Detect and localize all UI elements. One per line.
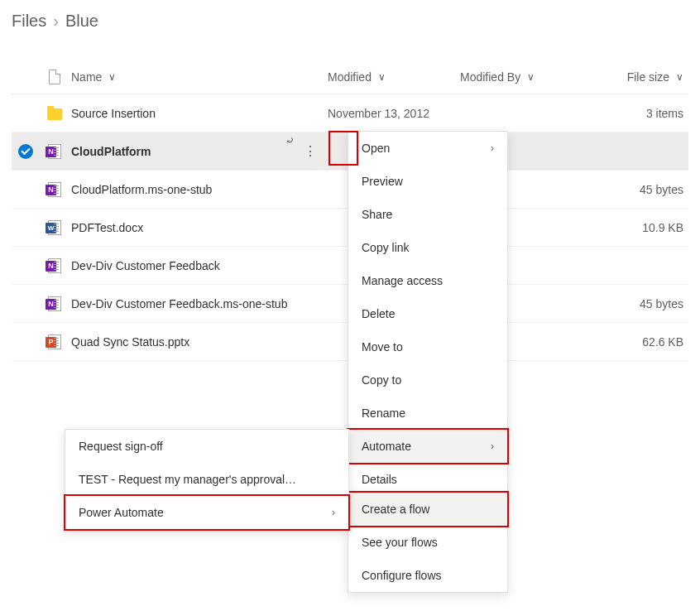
chevron-right-icon: › (491, 440, 494, 452)
chevron-right-icon: › (491, 142, 494, 154)
file-icon (49, 70, 60, 84)
menu-item-label: Rename (362, 407, 405, 420)
breadcrumb-root[interactable]: Files (12, 12, 46, 31)
menu-item-label: Share (362, 208, 392, 221)
file-name[interactable]: CloudPlatform.ms-one-stub (71, 183, 212, 196)
file-modified: November 13, 2012 (328, 107, 460, 120)
menu-item-label: Copy link (362, 241, 410, 254)
onenote-icon (48, 182, 61, 197)
chevron-down-icon: ∨ (676, 71, 683, 83)
menu-item-label: Manage access (362, 274, 443, 287)
column-modified-by-label: Modified By (460, 70, 520, 84)
file-size: 3 items (589, 107, 688, 120)
context-menu-item[interactable]: Rename (348, 397, 507, 430)
automate-submenu-item[interactable]: Configure flows (348, 559, 507, 592)
column-type-icon[interactable] (40, 70, 70, 84)
column-modified-label: Modified (328, 70, 372, 84)
menu-item-label: Automate (362, 440, 411, 453)
context-menu: Open›PreviewShareCopy linkManage accessD… (348, 131, 508, 497)
column-size[interactable]: File size ∨ (589, 70, 688, 84)
column-modified-by[interactable]: Modified By ∨ (460, 70, 589, 84)
menu-item-label: Power Automate (79, 506, 164, 519)
automate-submenu-item[interactable]: See your flows (348, 526, 507, 559)
menu-item-label: Open (362, 142, 390, 155)
menu-item-label: Create a flow (362, 503, 429, 516)
onenote-icon (48, 258, 61, 273)
menu-item-label: Delete (362, 307, 395, 320)
menu-item-label: Copy to (362, 373, 401, 387)
file-name[interactable]: Dev-Div Customer Feedback (71, 259, 220, 272)
breadcrumb: Files › Blue (12, 12, 98, 31)
menu-item-label: Request sign-off (79, 440, 163, 453)
context-menu-item[interactable]: Details (348, 463, 507, 496)
menu-item-label: Details (362, 473, 397, 486)
selected-check-icon[interactable] (18, 144, 33, 159)
file-size: 45 bytes (589, 297, 688, 310)
file-row[interactable]: Source InsertionNovember 13, 20123 items (12, 94, 688, 132)
file-size: 45 bytes (589, 183, 688, 196)
folder-icon (47, 108, 62, 120)
menu-item-label: See your flows (362, 536, 438, 549)
context-menu-item[interactable]: Preview (348, 165, 507, 198)
automate-submenu: Create a flowSee your flowsConfigure flo… (348, 492, 508, 593)
context-menu-item[interactable]: Open› (348, 132, 507, 165)
column-name[interactable]: Name ∨ (70, 70, 328, 84)
automate-submenu-item[interactable]: Create a flow (348, 493, 507, 526)
share-icon[interactable]: ⤾ (285, 134, 295, 169)
context-menu-item[interactable]: Move to (348, 330, 507, 363)
menu-item-label: Move to (362, 340, 403, 354)
chevron-right-icon: › (53, 12, 59, 31)
onenote-icon (48, 296, 61, 311)
column-headers: Name ∨ Modified ∨ Modified By ∨ File siz… (12, 60, 688, 94)
column-modified[interactable]: Modified ∨ (328, 70, 460, 84)
chevron-down-icon: ∨ (378, 71, 386, 83)
column-name-label: Name (71, 70, 102, 84)
more-actions-button[interactable] (298, 134, 323, 169)
breadcrumb-current: Blue (65, 12, 98, 31)
menu-item-label: TEST - Request my manager's approval… (79, 473, 296, 486)
chevron-right-icon: › (332, 507, 335, 518)
power-automate-submenu: Request sign-offTEST - Request my manage… (65, 429, 349, 530)
chevron-down-icon: ∨ (527, 71, 535, 83)
power-automate-submenu-item[interactable]: Request sign-off (65, 430, 348, 463)
context-menu-item[interactable]: Copy to (348, 363, 507, 397)
context-menu-item[interactable]: Share (348, 198, 507, 231)
power-automate-submenu-item[interactable]: TEST - Request my manager's approval… (65, 463, 348, 496)
file-name[interactable]: CloudPlatform (71, 145, 151, 158)
context-menu-item[interactable]: Manage access (348, 264, 507, 297)
context-menu-item[interactable]: Delete (348, 297, 507, 330)
file-size: 62.6 KB (589, 335, 688, 349)
menu-item-label: Preview (362, 175, 403, 188)
word-icon (48, 220, 61, 235)
file-name[interactable]: Quad Sync Status.pptx (71, 335, 189, 349)
context-menu-item[interactable]: Automate› (348, 430, 507, 463)
context-menu-item[interactable]: Copy link (348, 231, 507, 264)
powerpoint-icon (48, 334, 61, 349)
file-name[interactable]: Dev-Div Customer Feedback.ms-one-stub (71, 297, 287, 310)
power-automate-submenu-item[interactable]: Power Automate› (65, 496, 348, 529)
file-name[interactable]: Source Insertion (71, 107, 156, 120)
file-name[interactable]: PDFTest.docx (71, 221, 143, 234)
onenote-icon (48, 144, 61, 159)
file-size: 10.9 KB (589, 221, 688, 234)
menu-item-label: Configure flows (362, 569, 442, 582)
chevron-down-icon: ∨ (108, 71, 116, 83)
column-size-label: File size (627, 70, 669, 84)
